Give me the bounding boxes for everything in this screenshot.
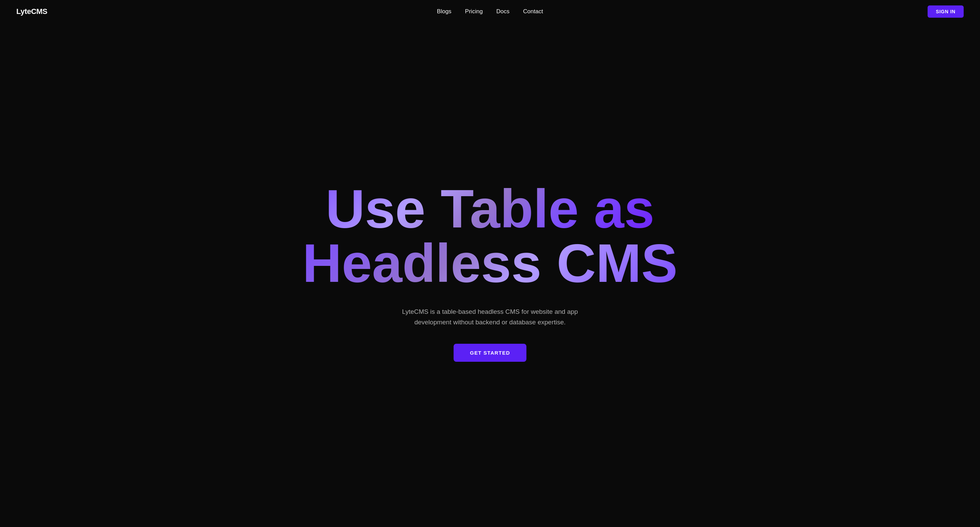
sign-in-button[interactable]: SIGN IN: [928, 5, 964, 17]
nav-link-docs[interactable]: Docs: [496, 8, 510, 15]
navbar: LyteCMS Blogs Pricing Docs Contact SIGN …: [0, 0, 980, 23]
hero-title-line2: Headless CMS: [302, 236, 678, 290]
hero-title: Use Table as Headless CMS: [302, 181, 678, 290]
hero-section: Use Table as Headless CMS LyteCMS is a t…: [0, 23, 980, 527]
nav-link-contact[interactable]: Contact: [523, 8, 543, 15]
hero-title-line1: Use Table as: [302, 181, 678, 236]
get-started-button[interactable]: GET STARTED: [453, 344, 527, 362]
nav-links: Blogs Pricing Docs Contact: [437, 8, 543, 15]
brand-logo[interactable]: LyteCMS: [16, 7, 47, 16]
hero-subtitle: LyteCMS is a table-based headless CMS fo…: [388, 307, 592, 327]
nav-link-blogs[interactable]: Blogs: [437, 8, 452, 15]
nav-link-pricing[interactable]: Pricing: [465, 8, 483, 15]
